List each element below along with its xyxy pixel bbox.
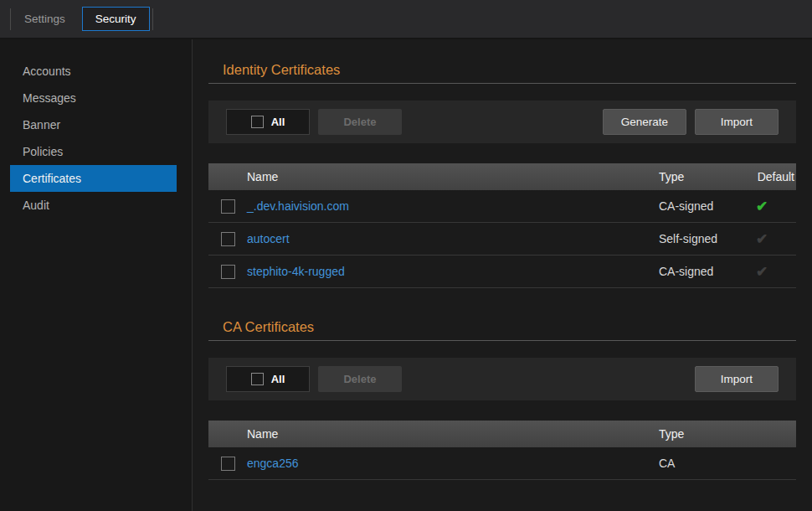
section-divider — [208, 340, 796, 341]
topbar-divider — [152, 8, 153, 30]
certificate-name-link[interactable]: _.dev.haivision.com — [247, 199, 349, 213]
column-header-name: Name — [247, 170, 659, 183]
ca-certificates-section: CA Certificates All Delete Import — [208, 317, 796, 480]
row-checkbox-cell — [208, 231, 247, 246]
ca-toolbar: All Delete Import — [208, 358, 796, 400]
default-checkmark-icon: ✔ — [756, 199, 768, 214]
certificate-name-link[interactable]: autocert — [247, 232, 290, 245]
select-all-button[interactable]: All — [226, 109, 310, 135]
row-checkbox[interactable] — [221, 232, 235, 246]
identity-certificates-table: Name Type Default _.dev.haivision.comCA-… — [208, 163, 796, 288]
sidebar-item-audit[interactable]: Audit — [0, 192, 192, 219]
certificate-name-link[interactable]: stephito-4k-rugged — [247, 265, 345, 278]
row-checkbox[interactable] — [221, 457, 235, 471]
certificate-name-link[interactable]: engca256 — [247, 457, 299, 470]
sidebar-item-accounts[interactable]: Accounts — [0, 58, 192, 85]
tab-settings[interactable]: Settings — [11, 0, 79, 38]
certificate-type: CA-signed — [659, 199, 727, 213]
import-button[interactable]: Import — [695, 366, 779, 392]
certificate-name-cell: stephito-4k-rugged — [247, 265, 659, 278]
content-container: Identity Certificates All Delete Generat… — [208, 59, 796, 480]
certificate-name-cell: engca256 — [247, 457, 659, 470]
row-checkbox-cell — [208, 456, 247, 471]
certificate-name-cell: _.dev.haivision.com — [247, 199, 659, 213]
row-checkbox[interactable] — [221, 265, 235, 279]
certificate-type: CA-signed — [659, 265, 727, 278]
sidebar-item-banner[interactable]: Banner — [0, 111, 192, 138]
select-all-label: All — [271, 373, 285, 385]
default-cell: ✔ — [727, 263, 796, 281]
delete-button[interactable]: Delete — [318, 366, 402, 392]
default-cell: ✔ — [727, 198, 796, 215]
table-row: autocertSelf-signed✔ — [208, 223, 796, 256]
sidebar-item-messages[interactable]: Messages — [0, 85, 192, 111]
column-header-type: Type — [659, 427, 796, 441]
app-window: Settings Security AccountsMessagesBanner… — [0, 0, 812, 511]
select-all-checkbox[interactable] — [251, 116, 264, 128]
ca-certificates-table: Name Type engca256CA — [208, 421, 796, 480]
sidebar-item-policies[interactable]: Policies — [0, 138, 192, 165]
row-checkbox-cell — [208, 264, 247, 279]
topbar: Settings Security — [0, 0, 812, 39]
section-divider — [208, 83, 796, 84]
tab-security[interactable]: Security — [82, 7, 150, 31]
table-row: _.dev.haivision.comCA-signed✔ — [208, 190, 796, 223]
sidebar-item-certificates[interactable]: Certificates — [10, 165, 177, 192]
table-header-row: Name Type — [208, 421, 796, 447]
column-header-name: Name — [247, 427, 659, 441]
set-default-checkmark-icon[interactable]: ✔ — [756, 264, 768, 280]
row-checkbox[interactable] — [221, 199, 235, 214]
certificate-type: CA — [659, 457, 796, 470]
column-header-type: Type — [659, 170, 727, 183]
row-checkbox-cell — [208, 199, 247, 214]
column-header-default: Default — [727, 170, 796, 183]
certificate-name-cell: autocert — [247, 232, 659, 245]
sidebar: AccountsMessagesBannerPoliciesCertificat… — [0, 39, 193, 511]
ca-section-title: CA Certificates — [208, 317, 796, 337]
table-header-row: Name Type Default — [208, 163, 796, 190]
import-button[interactable]: Import — [695, 109, 779, 135]
delete-button[interactable]: Delete — [318, 109, 402, 135]
default-cell: ✔ — [727, 230, 796, 248]
page-body: AccountsMessagesBannerPoliciesCertificat… — [0, 39, 812, 511]
table-row: stephito-4k-ruggedCA-signed✔ — [208, 256, 796, 288]
select-all-checkbox[interactable] — [251, 373, 264, 385]
select-all-button[interactable]: All — [226, 366, 310, 392]
identity-certificates-section: Identity Certificates All Delete Generat… — [208, 59, 796, 288]
identity-section-title: Identity Certificates — [208, 59, 796, 80]
table-body: _.dev.haivision.comCA-signed✔autocertSel… — [208, 190, 796, 288]
identity-toolbar: All Delete Generate Import — [208, 101, 796, 143]
table-body: engca256CA — [208, 447, 796, 480]
select-all-label: All — [271, 116, 285, 128]
table-row: engca256CA — [208, 447, 796, 480]
certificate-type: Self-signed — [659, 232, 727, 245]
main-content: Identity Certificates All Delete Generat… — [193, 39, 812, 511]
generate-button[interactable]: Generate — [603, 109, 686, 135]
set-default-checkmark-icon[interactable]: ✔ — [756, 231, 768, 247]
